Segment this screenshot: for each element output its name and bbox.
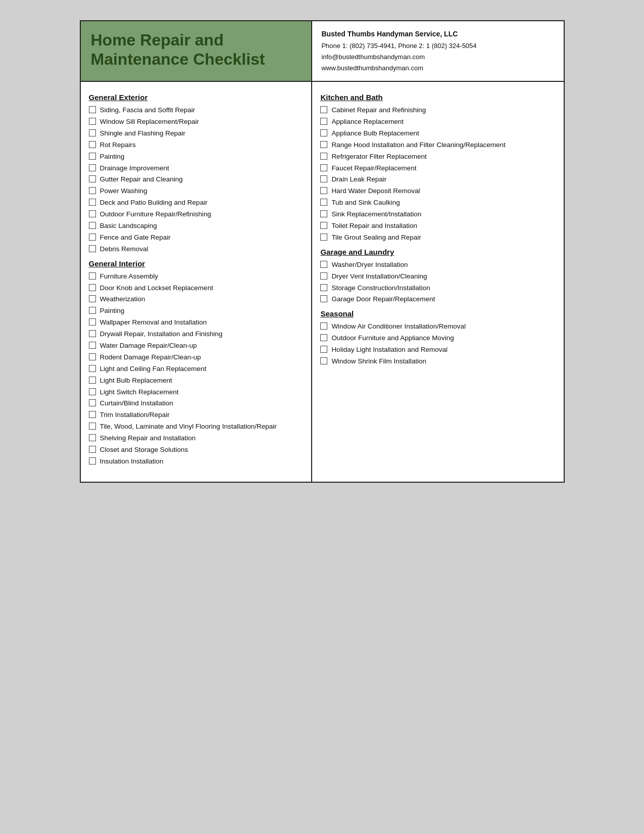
- checkbox[interactable]: [320, 234, 327, 241]
- list-item[interactable]: Basic Landscaping: [89, 221, 304, 231]
- checkbox[interactable]: [89, 423, 96, 430]
- checkbox[interactable]: [89, 411, 96, 418]
- checkbox[interactable]: [89, 284, 96, 291]
- checkbox[interactable]: [320, 153, 327, 160]
- checkbox[interactable]: [320, 141, 327, 148]
- list-item[interactable]: Holiday Light Installation and Removal: [320, 345, 555, 355]
- list-item[interactable]: Shingle and Flashing Repair: [89, 129, 304, 138]
- list-item[interactable]: Sink Replacement/Installation: [320, 210, 555, 219]
- checkbox[interactable]: [89, 457, 96, 465]
- checkbox[interactable]: [89, 388, 96, 395]
- checkbox[interactable]: [320, 210, 327, 217]
- list-item[interactable]: Weatherization: [89, 295, 304, 304]
- list-item[interactable]: Hard Water Deposit Removal: [320, 187, 555, 196]
- checkbox[interactable]: [320, 346, 327, 353]
- list-item[interactable]: Drain Leak Repair: [320, 175, 555, 184]
- checkbox[interactable]: [89, 446, 96, 453]
- checkbox[interactable]: [320, 118, 327, 125]
- checkbox[interactable]: [89, 365, 96, 372]
- list-item[interactable]: Deck and Patio Building and Repair: [89, 198, 304, 208]
- list-item[interactable]: Water Damage Repair/Clean-up: [89, 341, 304, 351]
- list-item[interactable]: Dryer Vent Installation/Cleaning: [320, 272, 555, 282]
- list-item[interactable]: Tile, Wood, Laminate and Vinyl Flooring …: [89, 422, 304, 432]
- list-item[interactable]: Furniture Assembly: [89, 272, 304, 282]
- list-item[interactable]: Rodent Damage Repair/Clean-up: [89, 353, 304, 362]
- checkbox[interactable]: [320, 334, 327, 341]
- checkbox[interactable]: [89, 175, 96, 182]
- list-item[interactable]: Window Shrink Film Installation: [320, 357, 555, 366]
- list-item[interactable]: Debris Removal: [89, 245, 304, 254]
- list-item[interactable]: Wallpaper Removal and Installation: [89, 318, 304, 328]
- list-item[interactable]: Drywall Repair, Installation and Finishi…: [89, 330, 304, 339]
- checkbox[interactable]: [89, 153, 96, 160]
- list-item[interactable]: Window Air Conditioner Installation/Remo…: [320, 322, 555, 332]
- checkbox[interactable]: [89, 245, 96, 252]
- list-item[interactable]: Drainage Improvement: [89, 164, 304, 173]
- list-item[interactable]: Light Switch Replacement: [89, 388, 304, 397]
- list-item[interactable]: Shelving Repair and Installation: [89, 434, 304, 443]
- checkbox[interactable]: [320, 357, 327, 364]
- checkbox[interactable]: [89, 318, 96, 326]
- checkbox[interactable]: [320, 187, 327, 194]
- list-item[interactable]: Power Washing: [89, 187, 304, 196]
- list-item[interactable]: Appliance Replacement: [320, 117, 555, 127]
- list-item[interactable]: Range Hood Installation and Filter Clean…: [320, 141, 555, 150]
- list-item[interactable]: Outdoor Furniture Repair/Refinishing: [89, 210, 304, 219]
- checkbox[interactable]: [320, 129, 327, 136]
- list-item[interactable]: Light Bulb Replacement: [89, 376, 304, 386]
- list-item[interactable]: Rot Repairs: [89, 141, 304, 150]
- checkbox[interactable]: [89, 307, 96, 314]
- checkbox[interactable]: [89, 210, 96, 217]
- checkbox[interactable]: [89, 222, 96, 229]
- checkbox[interactable]: [320, 322, 327, 330]
- list-item[interactable]: Window Sill Replacement/Repair: [89, 117, 304, 127]
- checkbox[interactable]: [320, 222, 327, 229]
- list-item[interactable]: Light and Ceiling Fan Replacement: [89, 364, 304, 374]
- checkbox[interactable]: [89, 187, 96, 194]
- checkbox[interactable]: [89, 199, 96, 206]
- list-item[interactable]: Appliance Bulb Replacement: [320, 129, 555, 138]
- checkbox[interactable]: [89, 342, 96, 349]
- checkbox[interactable]: [89, 129, 96, 136]
- checkbox[interactable]: [320, 261, 327, 268]
- checkbox[interactable]: [89, 377, 96, 384]
- list-item[interactable]: Tile Grout Sealing and Repair: [320, 233, 555, 243]
- list-item[interactable]: Storage Construction/Installation: [320, 284, 555, 293]
- list-item[interactable]: Door Knob and Lockset Replacement: [89, 284, 304, 293]
- list-item[interactable]: Painting: [89, 306, 304, 316]
- checkbox[interactable]: [89, 272, 96, 280]
- list-item[interactable]: Garage Door Repair/Replacement: [320, 295, 555, 304]
- checkbox[interactable]: [89, 434, 96, 441]
- checkbox[interactable]: [89, 399, 96, 406]
- checkbox[interactable]: [89, 164, 96, 171]
- list-item[interactable]: Outdoor Furniture and Appliance Moving: [320, 334, 555, 343]
- checkbox[interactable]: [320, 284, 327, 291]
- list-item[interactable]: Faucet Repair/Replacement: [320, 164, 555, 173]
- checkbox[interactable]: [320, 295, 327, 302]
- checkbox[interactable]: [89, 118, 96, 125]
- checkbox[interactable]: [89, 106, 96, 113]
- list-item[interactable]: Trim Installation/Repair: [89, 410, 304, 420]
- checkbox[interactable]: [320, 199, 327, 206]
- checkbox[interactable]: [89, 330, 96, 337]
- list-item[interactable]: Tub and Sink Caulking: [320, 198, 555, 208]
- checkbox[interactable]: [320, 175, 327, 182]
- list-item[interactable]: Gutter Repair and Cleaning: [89, 175, 304, 184]
- list-item[interactable]: Fence and Gate Repair: [89, 233, 304, 243]
- list-item[interactable]: Toilet Repair and Installation: [320, 221, 555, 231]
- checkbox[interactable]: [89, 234, 96, 241]
- list-item[interactable]: Closet and Storage Solutions: [89, 445, 304, 455]
- checkbox[interactable]: [89, 353, 96, 360]
- list-item[interactable]: Siding, Fascia and Soffit Repair: [89, 106, 304, 115]
- list-item[interactable]: Curtain/Blind Installation: [89, 399, 304, 408]
- checkbox[interactable]: [320, 164, 327, 171]
- list-item[interactable]: Washer/Dryer Installation: [320, 260, 555, 270]
- checkbox[interactable]: [89, 141, 96, 148]
- list-item[interactable]: Painting: [89, 152, 304, 162]
- list-item[interactable]: Insulation Installation: [89, 457, 304, 467]
- list-item[interactable]: Cabinet Repair and Refinishing: [320, 106, 555, 115]
- list-item[interactable]: Refrigerator Filter Replacement: [320, 152, 555, 162]
- checkbox[interactable]: [89, 295, 96, 302]
- checkbox[interactable]: [320, 272, 327, 280]
- checkbox[interactable]: [320, 106, 327, 113]
